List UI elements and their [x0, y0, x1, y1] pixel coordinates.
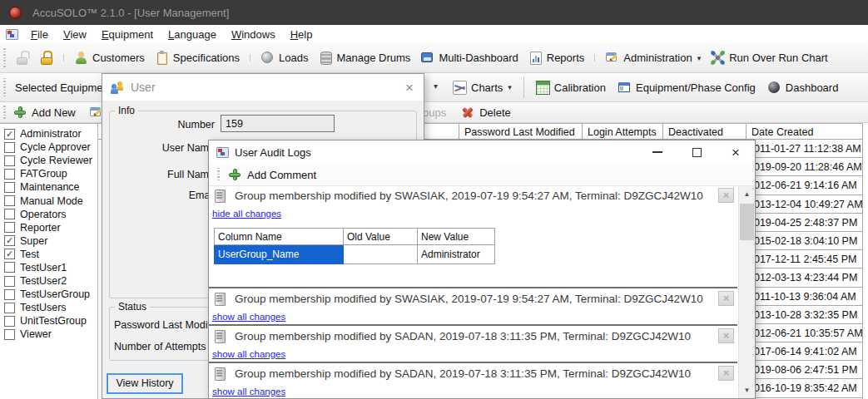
specifications-button[interactable]: Specifications: [151, 51, 244, 65]
manage-drums-button[interactable]: Manage Drums: [315, 51, 415, 65]
multi-dashboard-button[interactable]: Multi-Dashboard: [416, 51, 522, 65]
checkbox[interactable]: [4, 155, 15, 166]
group-item-testusers[interactable]: TestUsers: [0, 301, 97, 314]
run-over-run-chart-button[interactable]: Run Over Run Chart: [707, 51, 832, 65]
checkbox[interactable]: [4, 329, 15, 340]
group-item-test[interactable]: ✓Test: [0, 248, 97, 261]
menu-help[interactable]: Help: [283, 28, 320, 41]
checkbox[interactable]: [4, 222, 15, 233]
group-item-administrator[interactable]: ✓Administrator: [0, 127, 97, 140]
menu-equipment[interactable]: Equipment: [94, 28, 161, 41]
date-created-cell[interactable]: 2017-06-14 9:41:02 AM: [746, 342, 862, 361]
date-created-cell[interactable]: 2012-06-21 9:14:16 AM: [746, 176, 862, 195]
menu-language[interactable]: Language: [161, 28, 224, 41]
dashboard-button[interactable]: Dashboard: [763, 81, 843, 95]
delete-button[interactable]: Delete: [457, 106, 515, 120]
charts-button[interactable]: Charts▾: [449, 81, 516, 95]
calibration-button[interactable]: Calibration: [532, 81, 610, 95]
date-created-cell[interactable]: 2013-10-28 3:32:35 PM: [746, 306, 862, 324]
changes-cell-new-value[interactable]: Administrator: [418, 245, 495, 264]
toolbar-grip[interactable]: [3, 78, 6, 96]
scrollbar-thumb[interactable]: [740, 204, 754, 240]
lock-button[interactable]: [35, 51, 57, 65]
delete-entry-icon[interactable]: ×: [718, 366, 734, 381]
date-created-cell[interactable]: 2011-10-13 9:36:04 AM: [746, 288, 862, 306]
date-created-cell[interactable]: 2019-08-06 2:47:51 PM: [746, 361, 862, 379]
menu-file[interactable]: File: [23, 28, 56, 41]
audit-dialog-titlebar[interactable]: User Audit Logs ×: [209, 140, 755, 164]
date-created-cell[interactable]: 2012-06-21 10:35:57 AM: [746, 324, 862, 342]
user-dialog-titlebar[interactable]: User ×: [102, 74, 424, 101]
delete-entry-icon[interactable]: ×: [718, 328, 734, 343]
group-item-super[interactable]: ✓Super: [0, 234, 97, 248]
changes-cell-column-name[interactable]: UserGroup_Name: [215, 245, 344, 264]
add-comment-button[interactable]: Add Comment: [247, 169, 316, 181]
view-history-button[interactable]: View History: [107, 373, 183, 394]
changes-column-column-name[interactable]: Column Name: [215, 229, 344, 245]
changes-column-old-value[interactable]: Old Value: [344, 229, 418, 245]
group-item-cycle-reviewer[interactable]: Cycle Reviewer: [0, 154, 97, 167]
vertical-scrollbar[interactable]: ▲ ▼: [738, 186, 755, 398]
menu-view[interactable]: View: [56, 28, 94, 41]
group-item-viewer[interactable]: Viewer: [0, 328, 97, 341]
unlock-button[interactable]: [11, 51, 33, 65]
close-icon[interactable]: ×: [732, 145, 740, 160]
checkbox[interactable]: [4, 262, 15, 273]
checkbox[interactable]: ✓: [4, 235, 15, 246]
show-all-changes-link[interactable]: show all changes: [212, 312, 285, 322]
equipment-phase-config-button[interactable]: Equipment/Phase Config: [613, 81, 760, 95]
group-item-reporter[interactable]: Reporter: [0, 221, 97, 234]
scroll-down-icon[interactable]: ▼: [739, 382, 755, 398]
column-header-date-created[interactable]: Date Created: [746, 124, 863, 140]
equipment-combo-arrow[interactable]: [429, 81, 445, 95]
date-created-cell[interactable]: 2011-01-27 11:12:38 AM: [746, 140, 862, 158]
column-header-deactivated[interactable]: Deactivated: [663, 124, 746, 140]
date-created-cell[interactable]: 2012-03-13 4:23:44 PM: [746, 268, 862, 287]
show-all-changes-link[interactable]: show all changes: [212, 349, 285, 359]
toolbar-grip[interactable]: [217, 168, 220, 182]
audit-entry[interactable]: Group membership modified by SADAN, 2019…: [209, 327, 737, 346]
checkbox[interactable]: [4, 289, 15, 300]
column-header-login-attempts[interactable]: Login Attempts: [583, 124, 663, 140]
loads-button[interactable]: Loads: [256, 51, 312, 65]
audit-entry[interactable]: Group membership modified by SADAN, 2019…: [209, 364, 737, 383]
checkbox[interactable]: [4, 142, 15, 153]
date-created-cell[interactable]: 2016-10-19 8:35:42 AM: [746, 379, 862, 397]
checkbox[interactable]: ✓: [4, 129, 15, 140]
date-created-cell[interactable]: 2019-09-20 11:28:46 AM: [746, 158, 862, 176]
checkbox[interactable]: [4, 303, 15, 313]
date-created-cell[interactable]: 2017-12-11 2:45:45 PM: [746, 250, 862, 268]
close-icon[interactable]: ×: [405, 81, 414, 95]
delete-entry-icon[interactable]: ×: [718, 188, 734, 203]
toolbar-grip[interactable]: [3, 106, 6, 119]
checkbox[interactable]: [4, 316, 15, 327]
delete-entry-icon[interactable]: ×: [718, 291, 734, 306]
changes-column-new-value[interactable]: New Value: [418, 229, 495, 245]
group-item-maintenance[interactable]: Maintenance: [0, 180, 97, 194]
reports-button[interactable]: Reports: [524, 51, 589, 65]
menu-windows[interactable]: Windows: [224, 28, 283, 41]
group-item-testusergroup[interactable]: TestUserGroup: [0, 288, 97, 301]
add-new-button[interactable]: Add New: [9, 106, 80, 120]
checkbox[interactable]: [4, 182, 15, 193]
group-item-testuser2[interactable]: TestUser2: [0, 274, 97, 288]
checkbox[interactable]: [4, 169, 15, 180]
administration-button[interactable]: Administration▾: [601, 51, 705, 65]
minimize-icon[interactable]: [652, 151, 662, 153]
window-titlebar[interactable]: AccuSOLO™ 2.1.0 - [User Management]: [0, 0, 868, 25]
number-field[interactable]: 159: [221, 115, 335, 132]
scroll-up-icon[interactable]: ▲: [739, 186, 755, 202]
show-all-changes-link[interactable]: show all changes: [212, 387, 285, 397]
date-created-cell[interactable]: 2013-12-04 10:49:27 AM: [746, 195, 862, 214]
column-header-password-last-modified[interactable]: Password Last Modified: [459, 124, 583, 140]
group-item-fatgroup[interactable]: FATGroup: [0, 167, 97, 180]
audit-entry[interactable]: Group membership modified by SWASIAK, 20…: [209, 186, 737, 205]
checkbox[interactable]: ✓: [4, 249, 15, 259]
maximize-icon[interactable]: [692, 148, 702, 157]
date-created-cell[interactable]: 2015-02-18 3:04:10 PM: [746, 232, 862, 250]
hide-all-changes-link[interactable]: hide all changes: [212, 209, 281, 219]
group-item-unittestgroup[interactable]: UnitTestGroup: [0, 314, 97, 328]
date-created-cell[interactable]: 2019-04-25 2:48:37 PM: [746, 214, 862, 232]
group-item-operators[interactable]: Operators: [0, 208, 97, 221]
group-item-testuser1[interactable]: TestUser1: [0, 261, 97, 274]
